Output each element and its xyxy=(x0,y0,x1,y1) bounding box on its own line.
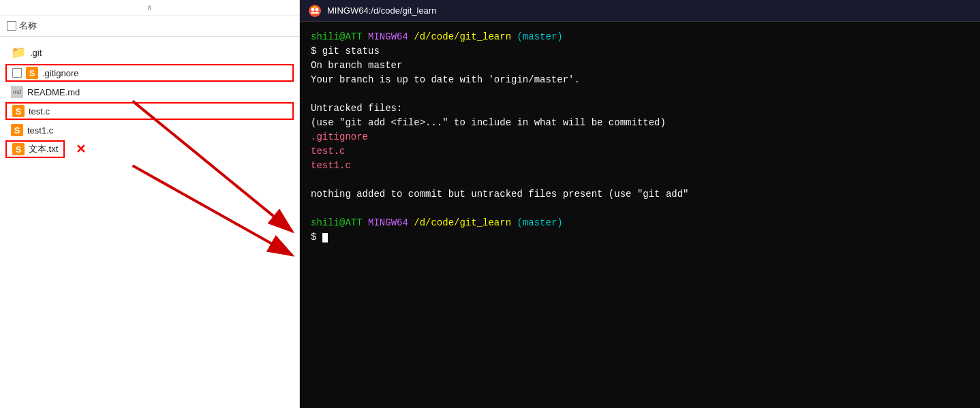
prompt2-user: shili@ATT xyxy=(311,217,363,228)
file-list: 📁 .git S .gitignore md README.md xyxy=(0,37,299,408)
terminal-line-blank2 xyxy=(311,173,969,187)
prompt-branch: (master) xyxy=(517,31,562,42)
svg-text:S: S xyxy=(29,68,35,78)
svg-point-13 xyxy=(311,7,315,11)
list-item[interactable]: S test.c xyxy=(5,102,294,120)
cursor xyxy=(322,233,328,242)
terminal-line-prompt1: shili@ATT MINGW64 /d/code/git_learn (mas… xyxy=(311,30,969,44)
cmd-text: $ git status xyxy=(311,46,380,57)
svg-text:S: S xyxy=(16,144,22,155)
file-explorer: ∧ 名称 📁 .git S .gitignore md README.md xyxy=(0,0,300,408)
file-name: README.md xyxy=(27,87,80,97)
explorer-header: 名称 xyxy=(0,16,299,37)
terminal-line-cmd2: $ xyxy=(311,230,969,245)
prompt2-host: MINGW64 xyxy=(368,217,408,228)
file-name: test.c xyxy=(29,106,50,116)
terminal-line-test1c: test1.c xyxy=(311,159,969,173)
output-line: On branch master xyxy=(311,60,402,71)
svg-point-14 xyxy=(316,7,319,11)
untracked-file-gitignore: .gitignore xyxy=(311,131,368,142)
file-name: 文本.txt xyxy=(29,143,58,155)
prompt-host: MINGW64 xyxy=(368,31,408,42)
x-mark-icon: ✕ xyxy=(76,142,86,157)
list-item[interactable]: md README.md xyxy=(0,83,299,101)
terminal-title-icon xyxy=(308,4,322,18)
output-line: (use "git add <file>..." to include in w… xyxy=(311,117,666,128)
list-item[interactable]: S 文本.txt xyxy=(5,140,65,158)
terminal-panel: MINGW64:/d/code/git_learn shili@ATT MING… xyxy=(300,0,980,408)
prompt2-branch: (master) xyxy=(517,217,562,228)
output-line: nothing added to commit but untracked fi… xyxy=(311,189,689,200)
name-column-header: 名称 xyxy=(19,20,37,32)
terminal-line-5: (use "git add <file>..." to include in w… xyxy=(311,116,969,130)
terminal-line-prompt2: shili@ATT MINGW64 /d/code/git_learn (mas… xyxy=(311,216,969,230)
svg-text:S: S xyxy=(16,106,22,116)
prompt-user: shili@ATT xyxy=(311,31,363,42)
terminal-line-blank1 xyxy=(311,87,969,101)
untracked-file-test1c: test1.c xyxy=(311,160,351,171)
sublime-icon: S xyxy=(12,105,25,117)
terminal-line-blank3 xyxy=(311,202,969,216)
terminal-titlebar: MINGW64:/d/code/git_learn xyxy=(300,0,980,22)
untracked-file-testc: test.c xyxy=(311,146,345,157)
file-name: test1.c xyxy=(27,125,53,136)
svg-text:S: S xyxy=(14,125,20,136)
sublime-icon: S xyxy=(12,143,25,155)
prompt-path: /d/code/git_learn xyxy=(414,31,511,42)
terminal-line-2: Your branch is up to date with 'origin/m… xyxy=(311,73,969,87)
file-name: .gitignore xyxy=(42,68,78,78)
sublime-icon: S xyxy=(26,67,38,79)
terminal-line-testc: test.c xyxy=(311,144,969,159)
cmd2-prompt: $ xyxy=(311,232,322,242)
file-checkbox[interactable] xyxy=(12,68,22,78)
output-line: Untracked files: xyxy=(311,103,402,114)
terminal-body[interactable]: shili@ATT MINGW64 /d/code/git_learn (mas… xyxy=(300,22,980,408)
svg-rect-15 xyxy=(311,12,319,14)
up-arrow-icon: ∧ xyxy=(147,3,153,12)
terminal-line-gitignore: .gitignore xyxy=(311,130,969,144)
terminal-title-text: MINGW64:/d/code/git_learn xyxy=(327,5,436,16)
select-all-checkbox[interactable] xyxy=(7,21,16,31)
file-name: .git xyxy=(30,48,42,58)
terminal-line-nothing: nothing added to commit but untracked fi… xyxy=(311,187,969,202)
prompt2-path: /d/code/git_learn xyxy=(414,217,511,228)
output-line: Your branch is up to date with 'origin/m… xyxy=(311,74,580,85)
list-item[interactable]: 📁 .git xyxy=(0,42,299,63)
folder-icon: 📁 xyxy=(11,45,26,60)
list-item[interactable]: S test1.c xyxy=(0,121,299,139)
list-item[interactable]: S .gitignore xyxy=(5,64,294,82)
readme-icon: md xyxy=(11,86,23,98)
sublime-icon: S xyxy=(11,124,23,136)
terminal-line-4: Untracked files: xyxy=(311,101,969,116)
terminal-line-cmd1: $ git status xyxy=(311,44,969,59)
terminal-line-1: On branch master xyxy=(311,59,969,73)
